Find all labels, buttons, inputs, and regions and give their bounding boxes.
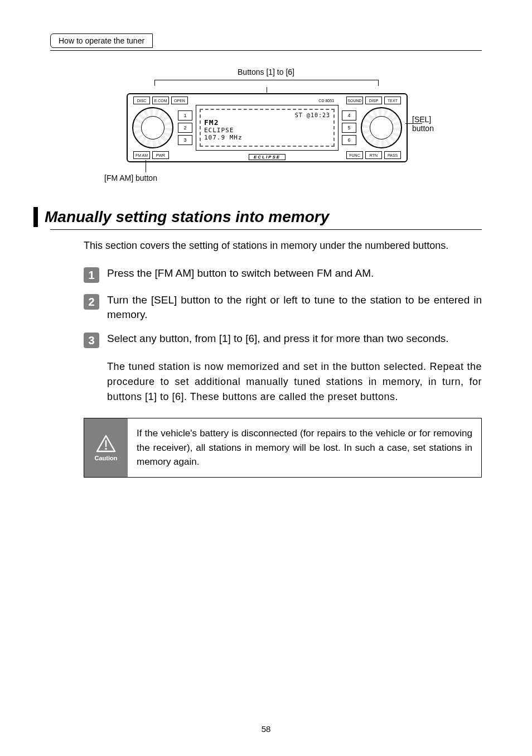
right-knob-sel: [361, 107, 402, 148]
lcd-band: FM2: [204, 118, 330, 127]
caution-box: Caution If the vehicle's battery is disc…: [84, 418, 482, 478]
divider-top: [50, 50, 482, 51]
intro-text: This section covers the setting of stati…: [84, 239, 482, 253]
section-heading-wrap: Manually setting stations into memory: [33, 207, 482, 227]
bracket-stem: [267, 87, 267, 93]
top-left-buttons: DISC E.COM OPEN: [133, 97, 188, 104]
caution-label: Caution: [95, 455, 118, 461]
heading-rule: [50, 229, 482, 230]
preset-right-col: 4 5 6: [342, 110, 356, 145]
left-knob: [132, 107, 173, 148]
step-1: 1 Press the [FM AM] button to switch bet…: [84, 266, 482, 283]
btn-fm-am: FM AM: [133, 151, 150, 159]
step-num-2: 2: [84, 294, 99, 310]
lcd-brand: ECLIPSE: [204, 127, 330, 134]
btn-func: FUNC: [346, 151, 363, 159]
lcd-status: ST @10:23: [204, 112, 330, 118]
step-2: 2 Turn the [SEL] button to the right or …: [84, 293, 482, 321]
model-label: CD 8053: [318, 99, 334, 103]
brand-label: ECLIPSE: [249, 154, 286, 160]
lcd: ST @10:23 FM2 ECLIPSE 107.9 MHz: [196, 105, 338, 151]
caution-text: If the vehicle's battery is disconnected…: [128, 418, 481, 477]
preset-1: 1: [178, 110, 192, 121]
section-heading: Manually setting stations into memory: [45, 207, 329, 227]
breadcrumb-text: How to operate the tuner: [59, 36, 144, 45]
preset-5: 5: [342, 123, 356, 133]
leader-fmam: [146, 160, 146, 172]
lcd-freq: 107.9 MHz: [204, 134, 330, 141]
preset-3: 3: [178, 135, 192, 145]
step-num-1: 1: [84, 267, 99, 283]
btn-disc: DISC: [133, 97, 150, 104]
label-sel: [SEL]button: [412, 115, 457, 133]
bracket-top: [154, 80, 379, 86]
preset-4: 4: [342, 110, 356, 121]
svg-point-1: [105, 447, 107, 450]
preset-6: 6: [342, 135, 356, 145]
device-diagram: Buttons [1] to [6] DISC E.COM OPEN SOUND…: [99, 68, 433, 190]
btn-pwr: PWR: [152, 151, 169, 159]
lcd-inner: ST @10:23 FM2 ECLIPSE 107.9 MHz: [200, 109, 335, 147]
step-num-3: 3: [84, 333, 99, 348]
btn-sound: SOUND: [346, 97, 363, 104]
breadcrumb: How to operate the tuner: [50, 33, 153, 48]
step-3: 3 Select any button, from [1] to [6], an…: [84, 331, 482, 348]
preset-2: 2: [178, 123, 192, 133]
page-number: 58: [262, 724, 271, 734]
step-text-3: Select any button, from [1] to [6], and …: [107, 331, 482, 346]
label-fmam: [FM AM] button: [104, 174, 157, 182]
result-text: The tuned station is now memorized and s…: [107, 359, 482, 405]
step-text-1: Press the [FM AM] button to switch betwe…: [107, 266, 482, 281]
page: How to operate the tuner Buttons [1] to …: [0, 0, 532, 756]
btn-disp: DISP: [365, 97, 382, 104]
btn-pass: PASS: [384, 151, 401, 159]
label-buttons-1-6: Buttons [1] to [6]: [238, 68, 294, 76]
bottom-right-buttons: FUNC RTN PASS: [346, 151, 401, 159]
btn-text: TEXT: [384, 97, 401, 104]
btn-rtn: RTN: [365, 151, 382, 159]
bottom-left-buttons: FM AM PWR: [133, 151, 169, 159]
caution-icon: [96, 435, 116, 452]
step-text-2: Turn the [SEL] button to the right or le…: [107, 293, 482, 321]
caution-icon-side: Caution: [84, 418, 128, 477]
body: This section covers the setting of stati…: [84, 239, 482, 405]
faceplate: DISC E.COM OPEN SOUND DISP TEXT 1 2 3 ST…: [127, 93, 408, 162]
preset-left-col: 1 2 3: [178, 110, 192, 145]
btn-open: OPEN: [171, 97, 188, 104]
btn-ecom: E.COM: [152, 97, 169, 104]
top-right-buttons: SOUND DISP TEXT: [346, 97, 401, 104]
accent-bar: [33, 207, 38, 227]
